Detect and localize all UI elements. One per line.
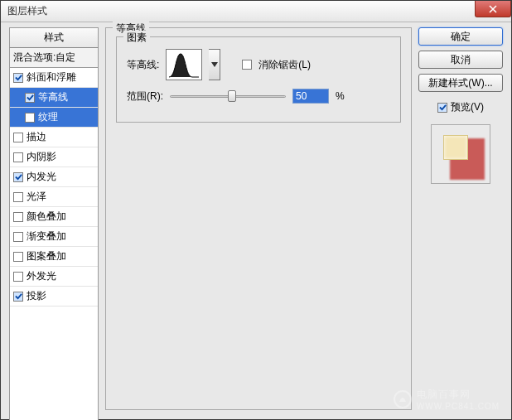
range-unit: % [336, 90, 345, 102]
style-item-9[interactable]: 图案叠加 [10, 247, 98, 267]
elements-legend: 图素 [123, 31, 150, 45]
style-checkbox[interactable] [13, 252, 23, 262]
style-checkbox[interactable] [13, 152, 23, 162]
style-label: 内发光 [27, 170, 56, 184]
style-label: 颜色叠加 [27, 210, 66, 224]
style-item-11[interactable]: 投影 [10, 287, 98, 307]
contour-row: 等高线: 消除锯齿(L) [127, 49, 390, 80]
style-checkbox[interactable] [13, 172, 23, 182]
style-item-1[interactable]: 等高线 [10, 88, 98, 108]
range-slider[interactable] [170, 90, 286, 102]
range-input[interactable] [292, 89, 329, 104]
new-style-button[interactable]: 新建样式(W)... [418, 74, 503, 92]
close-button[interactable] [475, 1, 511, 17]
style-checkbox[interactable] [13, 212, 23, 222]
style-item-0[interactable]: 斜面和浮雕 [10, 68, 98, 88]
style-label: 光泽 [27, 190, 46, 204]
cancel-button[interactable]: 取消 [418, 51, 503, 69]
contour-curve-icon [167, 51, 200, 79]
styles-header[interactable]: 样式 [9, 27, 99, 48]
style-label: 斜面和浮雕 [27, 70, 76, 84]
style-checkbox[interactable] [13, 232, 23, 242]
style-item-6[interactable]: 光泽 [10, 187, 98, 207]
preview-checkbox-row: 预览(V) [418, 100, 503, 114]
preview-thumbnail [431, 124, 490, 184]
styles-column: 样式 混合选项:自定 斜面和浮雕等高线纹理描边内阴影内发光光泽颜色叠加渐变叠加图… [9, 27, 99, 411]
close-icon [489, 5, 497, 13]
style-label: 等高线 [38, 90, 68, 104]
style-checkbox[interactable] [25, 113, 35, 123]
style-checkbox[interactable] [13, 73, 23, 83]
style-checkbox[interactable] [25, 93, 35, 103]
style-item-3[interactable]: 描边 [10, 128, 98, 147]
style-item-7[interactable]: 颜色叠加 [10, 207, 98, 227]
style-label: 投影 [27, 289, 46, 303]
style-label: 内阴影 [27, 150, 56, 164]
contour-picker[interactable] [166, 49, 202, 80]
checkmark-icon [439, 104, 447, 111]
chevron-down-icon [211, 62, 218, 67]
style-checkbox[interactable] [13, 292, 23, 302]
style-checkbox[interactable] [13, 272, 23, 282]
window-title: 图层样式 [7, 4, 47, 18]
ok-button[interactable]: 确定 [418, 27, 503, 46]
range-label: 范围(R): [127, 89, 163, 104]
anti-alias-label: 消除锯齿(L) [258, 58, 311, 72]
style-label: 描边 [27, 130, 46, 144]
preview-checkbox[interactable] [437, 103, 447, 113]
buttons-column: 确定 取消 新建样式(W)... 预览(V) [418, 27, 503, 411]
slider-thumb[interactable] [228, 90, 236, 102]
style-item-8[interactable]: 渐变叠加 [10, 227, 98, 247]
titlebar[interactable]: 图层样式 [1, 1, 511, 22]
style-item-4[interactable]: 内阴影 [10, 147, 98, 167]
style-label: 外发光 [27, 269, 56, 283]
contour-dropdown-button[interactable] [209, 49, 220, 80]
preview-label: 预览(V) [451, 100, 484, 114]
range-row: 范围(R): % [127, 89, 390, 104]
style-checkbox[interactable] [13, 192, 23, 202]
styles-list: 斜面和浮雕等高线纹理描边内阴影内发光光泽颜色叠加渐变叠加图案叠加外发光投影 [9, 68, 99, 420]
style-label: 渐变叠加 [27, 229, 66, 244]
contour-group: 等高线 图素 等高线: [105, 27, 412, 410]
settings-column: 等高线 图素 等高线: [105, 27, 412, 411]
style-item-10[interactable]: 外发光 [10, 267, 98, 287]
dialog-body: 样式 混合选项:自定 斜面和浮雕等高线纹理描边内阴影内发光光泽颜色叠加渐变叠加图… [9, 27, 503, 411]
style-item-5[interactable]: 内发光 [10, 167, 98, 187]
blend-options-row[interactable]: 混合选项:自定 [9, 48, 99, 68]
anti-alias-checkbox[interactable] [242, 60, 252, 70]
style-item-2[interactable]: 纹理 [10, 108, 98, 128]
style-label: 图案叠加 [27, 249, 66, 263]
style-label: 纹理 [38, 110, 58, 124]
elements-group: 图素 等高线: [116, 36, 401, 123]
contour-label: 等高线: [127, 58, 159, 72]
style-checkbox[interactable] [13, 133, 23, 142]
layer-style-dialog: 图层样式 样式 混合选项:自定 斜面和浮雕等高线纹理描边内阴影内发光光泽颜色叠加… [0, 0, 512, 420]
